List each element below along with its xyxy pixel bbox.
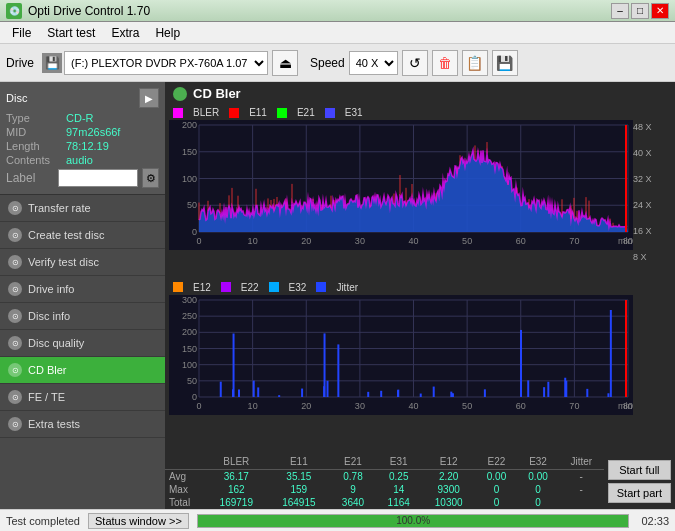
nav-transfer-rate[interactable]: ⊙ Transfer rate	[0, 195, 165, 222]
menu-file[interactable]: File	[4, 24, 39, 42]
nav-disc-info[interactable]: ⊙ Disc info	[0, 303, 165, 330]
max-bler: 162	[205, 483, 268, 496]
col-header-empty	[165, 454, 205, 470]
speed-label: Speed	[310, 56, 345, 70]
length-label: Length	[6, 140, 66, 152]
legend-e22-color	[221, 282, 231, 292]
eject-button[interactable]: ⏏	[272, 50, 298, 76]
nav-icon-verify: ⊙	[8, 255, 22, 269]
avg-e32: 0.00	[517, 470, 559, 484]
nav-label-extra: Extra tests	[28, 418, 80, 430]
label-input[interactable]	[58, 169, 138, 187]
avg-e31: 0.25	[376, 470, 422, 484]
stats-total-row: Total 169719 164915 3640 1164 10300 0 0	[165, 496, 604, 509]
total-e21: 3640	[330, 496, 376, 509]
total-label: Total	[165, 496, 205, 509]
drive-dropdown[interactable]: (F:) PLEXTOR DVDR PX-760A 1.07	[64, 51, 268, 75]
label-label: Label	[6, 171, 54, 185]
top-chart-container: 48 X 40 X 32 X 24 X 16 X 8 X	[169, 120, 671, 280]
close-button[interactable]: ✕	[651, 3, 669, 19]
nav-label-cdbler: CD Bler	[28, 364, 67, 376]
total-e32: 0	[517, 496, 559, 509]
copy-button[interactable]: 📋	[462, 50, 488, 76]
col-header-e32: E32	[517, 454, 559, 470]
disc-arrow-button[interactable]: ▶	[139, 88, 159, 108]
top-chart	[169, 120, 633, 250]
nav-extra-tests[interactable]: ⊙ Extra tests	[0, 411, 165, 438]
gear-button[interactable]: ⚙	[142, 168, 159, 188]
drive-label: Drive	[6, 56, 34, 70]
bottom-chart	[169, 295, 633, 415]
nav-icon-create: ⊙	[8, 228, 22, 242]
avg-label: Avg	[165, 470, 205, 484]
total-e11: 164915	[268, 496, 331, 509]
legend-e32-color	[269, 282, 279, 292]
save-button[interactable]: 💾	[492, 50, 518, 76]
col-header-jitter: Jitter	[559, 454, 604, 470]
status-window-button[interactable]: Status window >>	[88, 513, 189, 529]
maximize-button[interactable]: □	[631, 3, 649, 19]
erase-button[interactable]: 🗑	[432, 50, 458, 76]
refresh-button[interactable]: ↺	[402, 50, 428, 76]
nav-verify-test-disc[interactable]: ⊙ Verify test disc	[0, 249, 165, 276]
start-part-button[interactable]: Start part	[608, 483, 671, 503]
minimize-button[interactable]: –	[611, 3, 629, 19]
menu-extra[interactable]: Extra	[103, 24, 147, 42]
action-buttons: Start full Start part	[604, 454, 675, 509]
toolbar: Drive 💾 (F:) PLEXTOR DVDR PX-760A 1.07 ⏏…	[0, 44, 675, 82]
stats-avg-row: Avg 36.17 35.15 0.78 0.25 2.20 0.00 0.00…	[165, 470, 604, 484]
drive-selector[interactable]: 💾 (F:) PLEXTOR DVDR PX-760A 1.07	[42, 51, 268, 75]
legend-e32: E32	[289, 282, 307, 293]
col-header-e12: E12	[422, 454, 476, 470]
total-e22: 0	[476, 496, 518, 509]
chart-header: CD Bler	[165, 82, 675, 105]
nav-icon-cdbler: ⊙	[8, 363, 22, 377]
statusbar: Test completed Status window >> 100.0% 0…	[0, 509, 675, 531]
max-e32: 0	[517, 483, 559, 496]
mid-label: MID	[6, 126, 66, 138]
nav-fe-te[interactable]: ⊙ FE / TE	[0, 384, 165, 411]
legend-e31-color	[325, 108, 335, 118]
avg-e22: 0.00	[476, 470, 518, 484]
y-right-1: 48 X	[633, 122, 671, 132]
app-icon: 💿	[6, 3, 22, 19]
contents-value: audio	[66, 154, 93, 166]
stats-area: BLER E11 E21 E31 E12 E22 E32 Jitter Avg	[165, 454, 675, 509]
nav-disc-quality[interactable]: ⊙ Disc quality	[0, 330, 165, 357]
app-title: Opti Drive Control 1.70	[28, 4, 150, 18]
avg-e21: 0.78	[330, 470, 376, 484]
menu-start-test[interactable]: Start test	[39, 24, 103, 42]
nav-label-transfer: Transfer rate	[28, 202, 91, 214]
y-right-6: 8 X	[633, 252, 671, 262]
max-e31: 14	[376, 483, 422, 496]
menu-help[interactable]: Help	[147, 24, 188, 42]
nav-cd-bler[interactable]: ⊙ CD Bler	[0, 357, 165, 384]
col-header-e31: E31	[376, 454, 422, 470]
stats-table: BLER E11 E21 E31 E12 E22 E32 Jitter Avg	[165, 454, 604, 509]
progress-bar: 100.0%	[197, 514, 630, 528]
col-header-e21: E21	[330, 454, 376, 470]
drive-icon: 💾	[42, 53, 62, 73]
titlebar: 💿 Opti Drive Control 1.70 – □ ✕	[0, 0, 675, 22]
max-jitter: -	[559, 483, 604, 496]
legend-e22: E22	[241, 282, 259, 293]
contents-label: Contents	[6, 154, 66, 166]
main-area: Disc ▶ Type CD-R MID 97m26s66f Length 78…	[0, 82, 675, 509]
type-value: CD-R	[66, 112, 94, 124]
sidebar-nav: ⊙ Transfer rate ⊙ Create test disc ⊙ Ver…	[0, 195, 165, 509]
total-jitter	[559, 496, 604, 509]
nav-create-test-disc[interactable]: ⊙ Create test disc	[0, 222, 165, 249]
start-full-button[interactable]: Start full	[608, 460, 671, 480]
status-message: Test completed	[6, 515, 80, 527]
legend-e11: E11	[249, 107, 267, 118]
nav-icon-transfer: ⊙	[8, 201, 22, 215]
menubar: File Start test Extra Help	[0, 22, 675, 44]
nav-icon-quality: ⊙	[8, 336, 22, 350]
progress-text: 100.0%	[198, 515, 629, 527]
nav-icon-disc: ⊙	[8, 309, 22, 323]
nav-drive-info[interactable]: ⊙ Drive info	[0, 276, 165, 303]
legend-e12-color	[173, 282, 183, 292]
speed-dropdown[interactable]: 40 X	[349, 51, 398, 75]
nav-label-fete: FE / TE	[28, 391, 65, 403]
y-right-5: 16 X	[633, 226, 671, 236]
